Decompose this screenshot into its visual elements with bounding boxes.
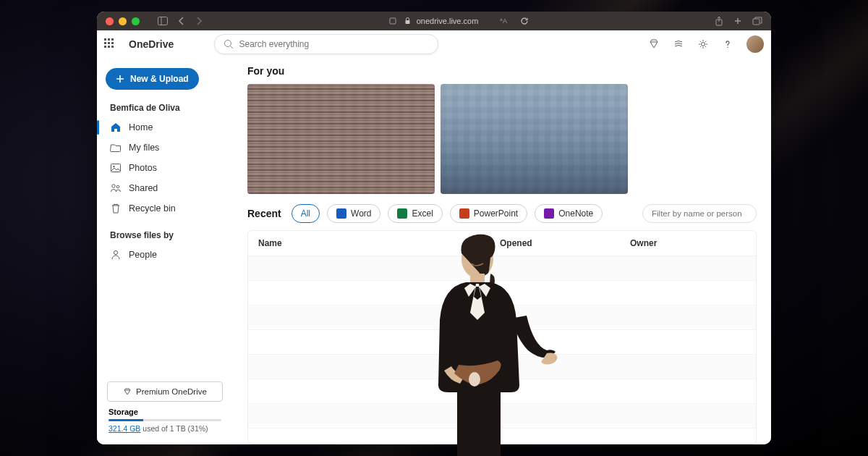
- excel-icon: [397, 208, 407, 219]
- table-row: [248, 281, 756, 305]
- forward-icon[interactable]: [195, 17, 203, 25]
- main-content: For you Recent All Word Excel PowerPoint…: [233, 30, 771, 444]
- table-row: [248, 355, 756, 379]
- nav-shared-label: Shared: [129, 183, 158, 193]
- search-icon: [224, 39, 234, 49]
- settings-icon[interactable]: [697, 38, 709, 50]
- for-you-card[interactable]: [247, 84, 435, 194]
- nav-recyclebin-label: Recycle bin: [129, 203, 176, 214]
- svg-point-12: [112, 185, 115, 187]
- search-box[interactable]: [214, 34, 438, 54]
- person-icon: [110, 249, 122, 261]
- app-launcher-icon[interactable]: [104, 38, 116, 50]
- svg-point-14: [114, 250, 117, 254]
- diamond-icon: [123, 387, 132, 396]
- nav-home-label: Home: [129, 122, 153, 132]
- maximize-window-button[interactable]: [132, 17, 140, 25]
- share-icon[interactable]: [715, 16, 723, 26]
- trash-icon: [110, 203, 122, 214]
- premium-button[interactable]: Premium OneDrive: [107, 381, 223, 402]
- folder-icon: [110, 142, 122, 153]
- svg-rect-3: [405, 20, 409, 24]
- titlebar: onedrive.live.com ᴬA: [97, 12, 771, 30]
- filter-excel[interactable]: Excel: [388, 204, 442, 223]
- nav-myfiles-label: My files: [129, 143, 159, 153]
- home-icon: [110, 122, 122, 133]
- table-row: [248, 256, 756, 281]
- table-row: [248, 330, 756, 355]
- powerpoint-icon: [459, 208, 469, 219]
- nav-myfiles[interactable]: My files: [103, 138, 227, 158]
- lock-icon: [404, 17, 411, 25]
- user-name-label: Bemfica de Oliva: [103, 98, 227, 117]
- nav-people-label: People: [129, 250, 157, 260]
- url-bar[interactable]: onedrive.live.com: [404, 17, 479, 25]
- svg-point-7: [224, 41, 231, 47]
- recent-toolbar: Recent All Word Excel PowerPoint OneNote: [247, 204, 757, 223]
- minimize-window-button[interactable]: [119, 17, 127, 25]
- svg-rect-0: [158, 17, 168, 25]
- table-header: Name Opened Owner: [248, 231, 756, 256]
- table-row: [248, 305, 756, 330]
- help-icon[interactable]: [722, 38, 733, 50]
- col-opened[interactable]: Opened: [500, 238, 630, 248]
- user-avatar[interactable]: [746, 35, 764, 53]
- storage-rest: used of 1 TB (31%): [140, 424, 208, 433]
- recent-heading: Recent: [247, 208, 281, 219]
- plus-icon: [116, 75, 124, 83]
- nav-photos[interactable]: Photos: [103, 158, 227, 178]
- nav-people[interactable]: People: [103, 245, 227, 265]
- browser-window: onedrive.live.com ᴬA OneDrive: [97, 12, 771, 444]
- search-input[interactable]: [239, 39, 429, 49]
- table-row: [248, 379, 756, 404]
- onenote-icon: [544, 208, 554, 219]
- svg-point-9: [702, 43, 705, 46]
- svg-rect-2: [390, 18, 396, 24]
- storage-used-link[interactable]: 321.4 GB: [109, 424, 140, 433]
- filter-all[interactable]: All: [292, 204, 320, 223]
- shared-icon: [110, 182, 122, 194]
- col-owner[interactable]: Owner: [630, 238, 746, 248]
- premium-label: Premium OneDrive: [136, 387, 207, 396]
- recent-table: Name Opened Owner: [247, 230, 757, 444]
- diamond-icon[interactable]: [648, 38, 660, 50]
- new-tab-icon[interactable]: [733, 17, 742, 25]
- word-icon: [336, 208, 346, 219]
- for-you-heading: For you: [247, 65, 757, 77]
- photos-icon: [110, 162, 122, 174]
- svg-line-8: [230, 46, 233, 49]
- for-you-card[interactable]: [441, 84, 628, 194]
- close-window-button[interactable]: [106, 17, 114, 25]
- nav-photos-label: Photos: [129, 163, 157, 173]
- svg-rect-10: [111, 164, 121, 172]
- sidebar: New & Upload Bemfica de Oliva Home My fi…: [97, 30, 233, 444]
- browse-label: Browse files by: [103, 226, 227, 245]
- filter-input[interactable]: [642, 204, 757, 223]
- storage-text: 321.4 GB used of 1 TB (31%): [109, 424, 221, 433]
- col-name[interactable]: Name: [258, 238, 500, 248]
- table-row: [248, 404, 756, 428]
- back-icon[interactable]: [178, 17, 185, 25]
- app-topbar: OneDrive: [97, 30, 771, 58]
- shield-icon: [388, 17, 397, 25]
- new-upload-label: New & Upload: [130, 74, 189, 84]
- sidebar-toggle-icon[interactable]: [158, 17, 168, 25]
- reader-icon[interactable]: ᴬA: [500, 17, 513, 25]
- stream-icon[interactable]: [673, 38, 684, 50]
- reload-icon[interactable]: [520, 17, 529, 25]
- svg-point-13: [116, 185, 119, 188]
- storage-heading: Storage: [109, 408, 221, 416]
- filter-onenote[interactable]: OneNote: [535, 204, 603, 223]
- storage-bar: [109, 419, 221, 421]
- nav-recyclebin[interactable]: Recycle bin: [103, 198, 227, 219]
- new-upload-button[interactable]: New & Upload: [106, 68, 199, 90]
- table-row: [248, 428, 756, 444]
- for-you-cards: [247, 84, 757, 194]
- filter-word[interactable]: Word: [327, 204, 380, 223]
- url-text: onedrive.live.com: [417, 17, 479, 25]
- nav-shared[interactable]: Shared: [103, 178, 227, 198]
- filter-powerpoint[interactable]: PowerPoint: [450, 204, 527, 223]
- nav-home[interactable]: Home: [103, 117, 227, 138]
- svg-rect-6: [753, 19, 760, 25]
- tabs-icon[interactable]: [752, 17, 762, 25]
